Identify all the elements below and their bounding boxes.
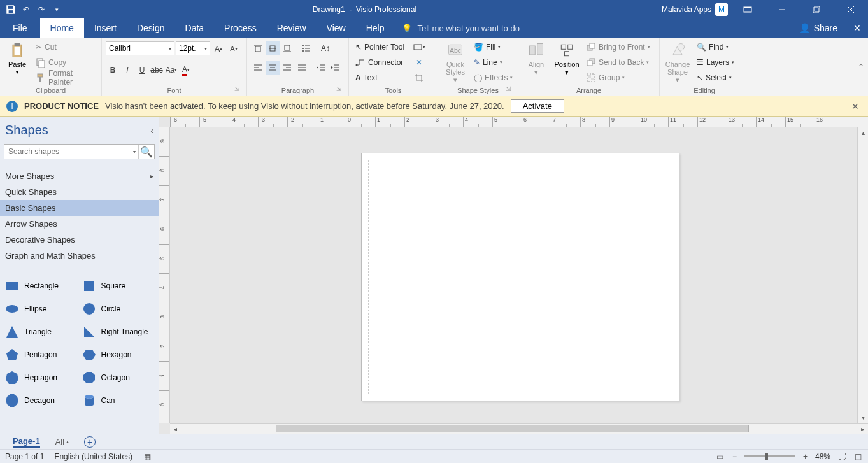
grow-font-icon[interactable]: A▴ <box>211 41 225 55</box>
zoom-in-icon[interactable]: + <box>802 452 809 461</box>
scroll-right-icon[interactable]: ▸ <box>857 424 868 434</box>
layers-button[interactable]: ☰Layers ▾ <box>694 55 737 69</box>
shapes-search[interactable]: ▾ 🔍 <box>4 144 155 159</box>
pointer-tool-button[interactable]: ↖Pointer Tool <box>353 40 407 54</box>
quick-styles-button[interactable]: Abc Quick Styles ▾ <box>442 40 469 85</box>
share-button[interactable]: 👤 Share <box>790 18 846 38</box>
shape-octagon[interactable]: Octagon <box>81 367 155 388</box>
italic-icon[interactable]: I <box>120 63 134 77</box>
effects-button[interactable]: ◯Effects ▾ <box>471 71 515 85</box>
shape-category-graph-and-math-shapes[interactable]: Graph and Math Shapes <box>0 248 159 264</box>
shape-rect[interactable]: Rectangle <box>4 275 78 297</box>
copy-button[interactable]: Copy <box>33 55 97 69</box>
vertical-scrollbar[interactable]: ▴ ▾ <box>857 127 868 423</box>
collapse-ribbon-icon[interactable]: ⌃ <box>858 62 864 71</box>
bold-icon[interactable]: B <box>106 63 120 77</box>
group-button[interactable]: Group ▾ <box>583 71 653 85</box>
shape-hexagon[interactable]: Hexagon <box>81 344 155 366</box>
tab-design[interactable]: Design <box>127 18 175 38</box>
shape-category-decorative-shapes[interactable]: Decorative Shapes <box>0 232 159 248</box>
close-icon[interactable] <box>836 1 865 18</box>
tab-home[interactable]: Home <box>40 18 84 38</box>
cut-button[interactable]: ✂Cut <box>33 40 97 54</box>
zoom-slider[interactable] <box>744 455 795 457</box>
format-painter-button[interactable]: Format Painter <box>33 71 97 85</box>
bullets-icon[interactable] <box>299 41 313 55</box>
increase-indent-icon[interactable] <box>329 61 343 75</box>
zoom-level[interactable]: 48% <box>815 452 830 461</box>
scroll-down-icon[interactable]: ▾ <box>858 412 868 423</box>
shape-square[interactable]: Square <box>81 275 155 297</box>
connector-tool-button[interactable]: Connector <box>353 55 407 69</box>
shapes-collapse-icon[interactable]: ‹ <box>150 125 153 136</box>
shape-heptagon[interactable]: Heptagon <box>4 367 78 388</box>
page-tab-1[interactable]: Page-1 <box>13 436 40 448</box>
text-direction-icon[interactable]: A↕ <box>318 41 332 55</box>
search-go-icon[interactable]: 🔍 <box>139 145 154 159</box>
tab-insert[interactable]: Insert <box>84 18 127 38</box>
presentation-mode-icon[interactable]: ▭ <box>715 452 725 461</box>
find-button[interactable]: 🔍Find ▾ <box>694 40 737 54</box>
connection-point-icon[interactable]: ✕ <box>412 55 426 69</box>
align-middle-icon[interactable] <box>266 41 280 55</box>
align-left-icon[interactable] <box>251 61 265 75</box>
rectangle-tool-icon[interactable]: ▾ <box>412 40 426 54</box>
position-button[interactable]: Position ▾ <box>553 40 581 77</box>
search-dropdown-icon[interactable]: ▾ <box>130 145 139 159</box>
shape-pentagon[interactable]: Pentagon <box>4 344 78 366</box>
crop-icon[interactable] <box>412 71 426 85</box>
tab-help[interactable]: Help <box>356 18 395 38</box>
tab-review[interactable]: Review <box>267 18 317 38</box>
font-color-icon[interactable]: A▾ <box>179 63 193 77</box>
shape-triangle[interactable]: Triangle <box>4 321 78 343</box>
shape-category-quick-shapes[interactable]: Quick Shapes <box>0 184 159 200</box>
save-icon[interactable] <box>5 4 17 15</box>
change-case-icon[interactable]: Aa▾ <box>164 63 178 77</box>
tab-view[interactable]: View <box>317 18 356 38</box>
change-shape-button[interactable]: Change Shape ▾ <box>664 40 692 85</box>
underline-icon[interactable]: U <box>135 63 149 77</box>
maximize-icon[interactable] <box>802 1 831 18</box>
notice-close-icon[interactable]: ✕ <box>849 101 862 111</box>
strikethrough-icon[interactable]: abc <box>150 63 164 77</box>
all-pages-tab[interactable]: All▴ <box>55 437 69 446</box>
shrink-font-icon[interactable]: A▾ <box>227 41 241 55</box>
tab-file[interactable]: File <box>0 18 40 38</box>
shape-ellipse[interactable]: Ellipse <box>4 298 78 320</box>
zoom-out-icon[interactable]: − <box>731 452 738 461</box>
minimize-icon[interactable] <box>767 1 797 18</box>
decrease-indent-icon[interactable] <box>314 61 328 75</box>
undo-icon[interactable]: ↶ <box>20 4 32 15</box>
add-page-icon[interactable]: + <box>84 436 96 448</box>
paragraph-dialog-launcher-icon[interactable]: ⇲ <box>334 85 343 94</box>
macro-record-icon[interactable]: ▦ <box>143 452 152 461</box>
align-right-icon[interactable] <box>280 61 294 75</box>
shapestyles-dialog-launcher-icon[interactable]: ⇲ <box>504 85 513 94</box>
tab-process[interactable]: Process <box>214 18 267 38</box>
malavida-badge[interactable]: Malavida Apps M <box>662 3 728 16</box>
align-top-icon[interactable] <box>251 41 265 55</box>
scroll-left-icon[interactable]: ◂ <box>170 424 181 434</box>
scroll-thumb[interactable] <box>276 425 749 432</box>
bring-to-front-button[interactable]: Bring to Front ▾ <box>583 40 653 54</box>
paste-button[interactable]: Paste ▾ <box>4 40 31 76</box>
fit-page-icon[interactable]: ⛶ <box>837 452 847 461</box>
tab-data[interactable]: Data <box>175 18 215 38</box>
ribbon-display-icon[interactable] <box>733 1 762 18</box>
drawing-page[interactable] <box>361 153 679 401</box>
shape-category-more-shapes[interactable]: More Shapes▸ <box>0 168 159 184</box>
scroll-up-icon[interactable]: ▴ <box>858 127 868 138</box>
shape-category-arrow-shapes[interactable]: Arrow Shapes <box>0 216 159 232</box>
align-button[interactable]: Align ▾ <box>522 40 550 77</box>
text-tool-button[interactable]: AText <box>353 71 407 85</box>
select-button[interactable]: ↖Select ▾ <box>694 71 737 85</box>
drawing-surface[interactable] <box>170 127 868 423</box>
font-size-combo[interactable]: 12pt.▾ <box>176 41 210 55</box>
redo-icon[interactable]: ↷ <box>36 4 47 15</box>
language-status[interactable]: English (United States) <box>54 452 132 461</box>
align-center-icon[interactable] <box>266 61 280 75</box>
activate-button[interactable]: Activate <box>511 99 564 113</box>
font-dialog-launcher-icon[interactable]: ⇲ <box>232 85 241 94</box>
tell-me-search[interactable]: 💡 Tell me what you want to do <box>394 18 527 38</box>
fill-button[interactable]: 🪣Fill ▾ <box>471 40 515 54</box>
